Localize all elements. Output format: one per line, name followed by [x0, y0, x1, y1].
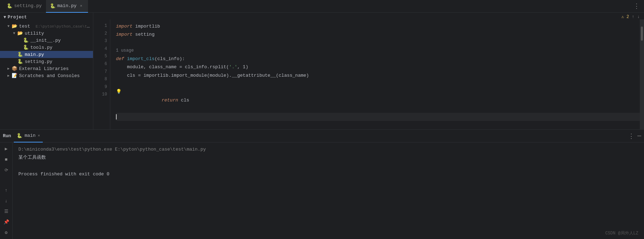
run-panel: Run 🐍 main × ⋮ ─ ▶ ■ ⟳ ↑ ↓ ☰ 📌 ⚙ D:\mini… [0, 129, 644, 239]
run-minimize-icon[interactable]: ─ [637, 133, 641, 140]
usage-hint: 1 usage [116, 47, 640, 55]
run-tab-label: main [24, 133, 35, 138]
sidebar-tree: ▼ 📂 test E:\pyton\python_case\test ▼ 📂 u… [0, 22, 93, 129]
tab-main[interactable]: 🐍 main.py × [46, 0, 88, 13]
code-editor[interactable]: import importlib import setting 1 usage … [110, 19, 640, 129]
code-line-5: module, class_name = cls_info.rsplit('.'… [116, 63, 640, 71]
sidebar-header[interactable]: ▼ Project [0, 13, 93, 22]
tree-label-init: __init__.py [30, 38, 61, 43]
py-icon: 🐍 [7, 4, 12, 8]
editor-area: ⚠ 2 ↑ ↓ 1 2 3 4 5 6 7 8 9 10 import impo… [93, 13, 644, 129]
editor-scrollbar[interactable] [640, 19, 644, 129]
arrow-down-icon[interactable]: ↓ [637, 14, 640, 19]
tab-setting[interactable]: 🐍 setting.py [3, 0, 46, 13]
py-icon-tools: 🐍 [23, 45, 29, 50]
ext-lib-icon: 📦 [11, 66, 18, 71]
scratches-icon: 📝 [11, 73, 18, 78]
run-sidebar: ▶ ■ ⟳ ↑ ↓ ☰ 📌 ⚙ [0, 142, 13, 239]
tree-label-tools: tools.py [30, 45, 52, 50]
run-panel-actions: ⋮ ─ [628, 132, 641, 140]
tree-item-scratches[interactable]: ▶ 📝 Scratches and Consoles [0, 72, 93, 79]
run-output-line-1: D:\miniconda3\envs\test\python.exe E:\py… [18, 145, 638, 153]
arrow-up-icon[interactable]: ↑ [632, 14, 634, 19]
tab-setting-label: setting.py [14, 3, 42, 8]
tree-item-utility[interactable]: ▼ 📂 utility [0, 30, 93, 37]
run-content: ▶ ■ ⟳ ↑ ↓ ☰ 📌 ⚙ D:\miniconda3\envs\test\… [0, 142, 644, 239]
tree-item-main[interactable]: 🐍 main.py [0, 51, 93, 58]
py-icon-main-tree: 🐍 [17, 52, 23, 57]
run-play-icon[interactable]: ▶ [3, 145, 10, 152]
run-list-icon[interactable]: ☰ [3, 208, 10, 215]
tree-label-setting: setting.py [25, 59, 52, 64]
folder-open-icon: 📂 [11, 23, 18, 29]
py-icon-main: 🐍 [50, 4, 55, 8]
run-settings-icon[interactable]: ⚙ [3, 229, 10, 236]
code-line-7: 💡 return cls [116, 80, 640, 113]
scrollbar-thumb [641, 27, 643, 41]
chevron-down-icon: ▼ [4, 15, 6, 20]
tree-label-main: main.py [25, 52, 44, 57]
run-tab-close[interactable]: × [38, 134, 40, 138]
run-panel-header: Run 🐍 main × ⋮ ─ [0, 130, 644, 142]
folder-icon-utility: 📂 [17, 30, 23, 36]
code-line-2: import setting [116, 30, 640, 39]
code-line-8 [116, 113, 640, 121]
watermark: CSDN @局外人LZ [605, 230, 638, 236]
editor-top-toolbar: ⚠ 2 ↑ ↓ [93, 13, 644, 19]
tab-bar: 🐍 setting.py 🐍 main.py × ⋮ [0, 0, 644, 13]
run-output-line-2: 某个工具函数 [18, 153, 638, 162]
run-output: D:\miniconda3\envs\test\python.exe E:\py… [13, 142, 644, 239]
sidebar: ▼ Project ▼ 📂 test E:\pyton\python_case\… [0, 13, 93, 129]
tree-label-scratches: Scratches and Consoles [19, 73, 80, 78]
sidebar-title: Project [8, 15, 27, 20]
py-icon-setting-tree: 🐍 [17, 59, 23, 64]
py-icon-init: 🐍 [23, 37, 29, 43]
tree-item-test[interactable]: ▼ 📂 test E:\pyton\python_case\test [0, 23, 93, 30]
run-scroll-up-icon[interactable]: ↑ [3, 187, 10, 194]
tab-main-label: main.py [57, 3, 77, 8]
main-area: ▼ Project ▼ 📂 test E:\pyton\python_case\… [0, 13, 644, 129]
run-output-line-4: Process finished with exit code 0 [18, 170, 638, 178]
tab-main-close[interactable]: × [79, 4, 84, 8]
code-line-9 [116, 121, 640, 129]
lightbulb-icon: 💡 [116, 88, 122, 96]
run-output-line-3 [18, 162, 638, 170]
warning-badge: ⚠ 2 [621, 14, 629, 19]
code-line-1: import importlib [116, 22, 640, 30]
tree-item-init[interactable]: 🐍 __init__.py [0, 37, 93, 44]
tree-item-extlibs[interactable]: ▶ 📦 External Libraries [0, 65, 93, 72]
run-more-icon[interactable]: ⋮ [628, 132, 634, 140]
tree-item-setting[interactable]: 🐍 setting.py [0, 58, 93, 65]
tree-label-test: test E:\pyton\python_case\test [19, 24, 90, 29]
run-pin-icon[interactable]: 📌 [3, 218, 10, 226]
run-scroll-down-icon[interactable]: ↓ [3, 197, 10, 204]
editor-content: 1 2 3 4 5 6 7 8 9 10 import importlib im… [93, 19, 644, 129]
tree-label-extlibs: External Libraries [19, 66, 69, 71]
run-label: Run [3, 133, 11, 139]
line-numbers: 1 2 3 4 5 6 7 8 9 10 [93, 19, 110, 129]
tree-arrow-test: ▼ [6, 24, 11, 28]
code-line-4: def import_cls(cls_info): [116, 55, 640, 63]
tree-item-tools[interactable]: 🐍 tools.py [0, 44, 93, 51]
py-run-icon: 🐍 [17, 133, 22, 139]
tab-bar-more-icon[interactable]: ⋮ [629, 3, 644, 10]
tree-label-utility: utility [25, 31, 44, 36]
run-rerun-icon[interactable]: ⟳ [3, 167, 10, 174]
tree-arrow-scratches: ▶ [6, 74, 11, 78]
code-line-3 [116, 39, 640, 47]
code-line-6: cls = importlib.import_module(module).__… [116, 71, 640, 80]
run-stop-icon[interactable]: ■ [3, 156, 10, 163]
run-tab-main[interactable]: 🐍 main × [14, 130, 43, 142]
tree-arrow-utility: ▼ [11, 31, 17, 35]
code-line-10: import_cls(setting.CUSTOM_TOOLS)() [116, 129, 640, 129]
tree-arrow-extlibs: ▶ [6, 66, 11, 71]
